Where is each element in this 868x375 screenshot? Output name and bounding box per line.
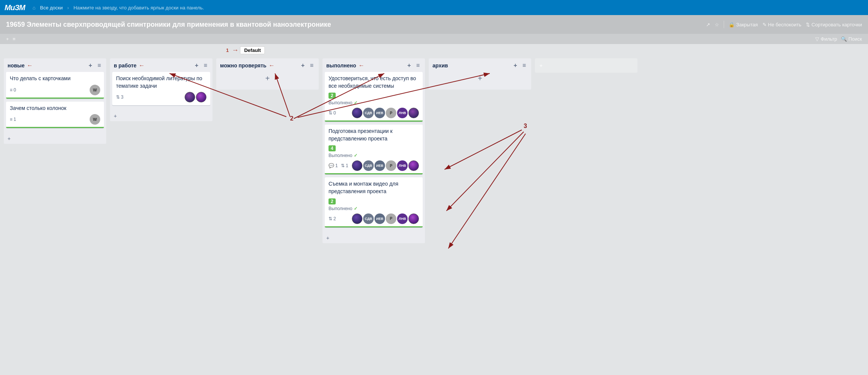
avatar-c6-last	[408, 213, 419, 224]
avatar-c6-iev: ИЕВ	[374, 213, 385, 224]
add-card-new[interactable]: +	[4, 133, 106, 144]
board-header-icons: ↗ ☆ 🔒 Закрытая ✎ Не беспокоить ⇅ Сортиро…	[706, 21, 862, 28]
col-menu-archive[interactable]: ≡	[521, 61, 527, 70]
card-c5[interactable]: Подготовка презентации к представлению п…	[325, 125, 423, 174]
card-meta-c2: ≡ 1	[10, 117, 16, 122]
card-title-c6: Съемка и монтаж видео для представления …	[329, 180, 419, 195]
status-c4: Выполнено ✓	[329, 100, 419, 105]
col-add-cancheck[interactable]: +	[300, 61, 306, 70]
toolbar-right: ▽ Фильтр 🔍 Поиск	[815, 36, 862, 42]
avatar-c5-1	[352, 160, 362, 171]
annotation-1: 1	[226, 47, 229, 53]
badge-c5: 4	[329, 145, 336, 151]
search-btn[interactable]: 🔍 Поиск	[841, 36, 862, 42]
avatar-c5-iev: ИЕВ	[374, 160, 385, 171]
column-header-new: новые ← + ≡	[4, 58, 106, 72]
col-arrow-cancheck: ←	[269, 62, 275, 69]
avatar-c5-p: Р	[386, 160, 396, 171]
card-title-c1: Что делать с карточками	[10, 75, 100, 82]
external-link-icon[interactable]: ↗	[706, 22, 710, 27]
column-done: выполнено ← + ≡ Удостовериться, что есть…	[322, 58, 425, 243]
column-archive: архив + ≡ +	[429, 58, 531, 90]
avatar-c2: W	[90, 114, 100, 125]
menu-btn[interactable]: ≡	[13, 36, 16, 42]
avatar-c3-2	[196, 92, 206, 102]
card-c6[interactable]: Съемка и монтаж видео для представления …	[325, 177, 423, 227]
board-title: 19659 Элементы сверхпроводящей спинтрони…	[6, 21, 331, 29]
column-cards-done: Удостовериться, что есть доступ во все н…	[322, 72, 425, 233]
lock-icon[interactable]: 🔒 Закрытая	[729, 22, 758, 27]
card-avatars-c2: W	[90, 114, 100, 125]
col-add-archive[interactable]: +	[512, 61, 518, 70]
col-menu-new[interactable]: ≡	[96, 61, 102, 70]
col-title-done: выполнено	[326, 62, 356, 69]
column-header-inwork: в работе ← + ≡	[110, 58, 212, 72]
avatar-c5-sdv: СДВ	[363, 160, 374, 171]
avatar-c4-sdv: СДВ	[363, 108, 374, 118]
avatar-c6-sdv: СДВ	[363, 213, 374, 224]
card-c3[interactable]: Поиск необходимой литературы по тематике…	[112, 72, 210, 105]
avatar-c4-iev: ИЕВ	[374, 108, 385, 118]
board-header: 19659 Элементы сверхпроводящей спинтрони…	[0, 15, 868, 34]
check-icon-c6: ✓	[354, 206, 358, 211]
col-add-done[interactable]: +	[406, 61, 412, 70]
columns-wrapper: новые ← + ≡ Что делать с карточками ≡ 0	[0, 55, 868, 375]
add-column-btn[interactable]: +	[535, 58, 637, 73]
col-menu-inwork[interactable]: ≡	[202, 61, 209, 70]
avatar-c6-lnv: ЛНВ	[397, 213, 408, 224]
card-green-bar-c1	[6, 98, 104, 99]
card-meta-c6: ⇅ 2	[329, 216, 336, 221]
green-bar-c5	[325, 173, 423, 174]
add-list-btn[interactable]: +	[6, 36, 9, 42]
header-divider	[724, 21, 724, 28]
add-card-archive-empty[interactable]: +	[433, 72, 527, 85]
col-title-archive: архив	[432, 62, 448, 69]
col-add-new[interactable]: +	[87, 61, 93, 70]
all-boards-link[interactable]: Все доски	[40, 5, 63, 11]
card-c2[interactable]: Зачем столько колонок ≡ 1 W	[6, 102, 104, 128]
column-new: новые ← + ≡ Что делать с карточками ≡ 0	[4, 58, 106, 144]
add-card-cancheck-empty[interactable]: +	[221, 72, 314, 85]
col-title-inwork: в работе	[114, 62, 136, 69]
col-arrow-done: ←	[358, 62, 364, 69]
card-meta-c1: ≡ 0	[10, 87, 16, 93]
column-header-done: выполнено ← + ≡	[322, 58, 425, 72]
avatar-c5-last	[408, 160, 419, 171]
avatar-c4-last	[408, 108, 419, 118]
add-card-inwork[interactable]: +	[110, 111, 212, 121]
home-icon: ⌂	[32, 5, 35, 11]
check-icon-c4: ✓	[354, 100, 358, 105]
column-cards-inwork: Поиск необходимой литературы по тематике…	[110, 72, 212, 111]
avatar-c5-lnv: ЛНВ	[397, 160, 408, 171]
toolbar-left: + ≡	[6, 36, 15, 42]
star-icon[interactable]: ☆	[715, 22, 719, 27]
card-title-c3: Поиск необходимой литературы по тематике…	[116, 75, 206, 90]
avatar-c3-1	[185, 92, 195, 102]
board-toolbar: + ≡ ▽ Фильтр 🔍 Поиск	[0, 34, 868, 44]
column-cards-archive: +	[429, 72, 531, 90]
avatar-c4-p: Р	[386, 108, 396, 118]
col-add-inwork[interactable]: +	[193, 61, 200, 70]
card-meta-c3: ⇅ 3	[116, 95, 124, 100]
card-c1[interactable]: Что делать с карточками ≡ 0 W	[6, 72, 104, 99]
dnd-icon[interactable]: ✎ Не беспокоить	[763, 22, 802, 27]
column-cards-new: Что делать с карточками ≡ 0 W Зач	[4, 72, 106, 133]
sort-cards-btn[interactable]: ⇅ Сортировать карточки	[806, 22, 862, 27]
col-menu-cancheck[interactable]: ≡	[309, 61, 315, 70]
status-c5: Выполнено ✓	[329, 153, 419, 158]
column-inwork: в работе ← + ≡ Поиск необходимой литерат…	[110, 58, 212, 121]
green-bar-c4	[325, 120, 423, 122]
card-meta-c5: 💬 1 ⇅ 1	[329, 163, 348, 168]
add-card-done[interactable]: +	[322, 233, 425, 243]
col-menu-done[interactable]: ≡	[415, 61, 421, 70]
card-c4[interactable]: Удостовериться, что есть доступ во все н…	[325, 72, 423, 122]
col-title-new: новые	[8, 62, 24, 69]
status-c6: Выполнено ✓	[329, 206, 419, 211]
top-nav: МиЗМ ⌂ Все доски › Нажмите на звезду, чт…	[0, 0, 868, 15]
avatar-c4-1	[352, 108, 362, 118]
column-cards-cancheck: +	[216, 72, 319, 90]
logo: МиЗМ	[5, 3, 25, 12]
card-avatars-c4: СДВ ИЕВ Р ЛНВ	[352, 108, 419, 118]
filter-btn[interactable]: ▽ Фильтр	[815, 36, 837, 42]
card-avatars-c3	[185, 92, 206, 102]
